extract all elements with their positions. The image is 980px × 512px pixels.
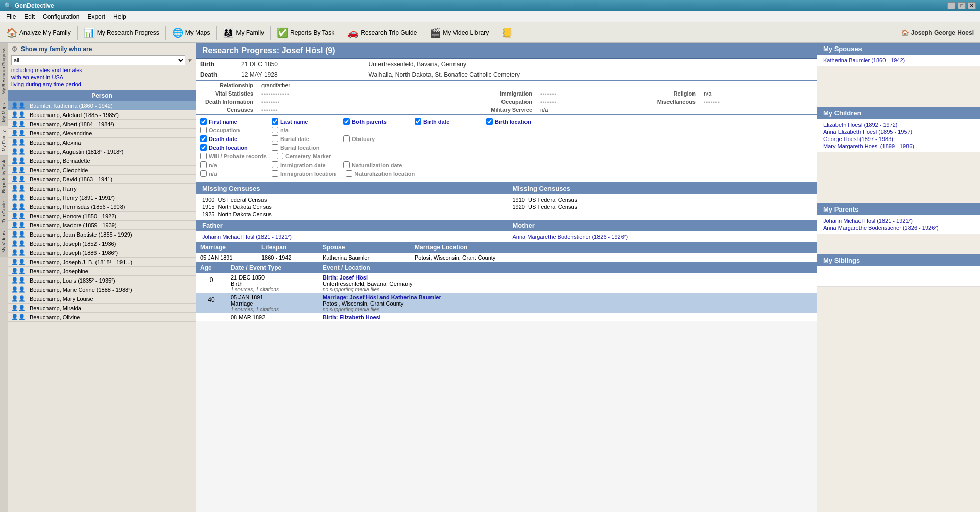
- vital-stats-value: ▪▪▪▪▪▪▪▪▪▪▪▪: [261, 91, 290, 97]
- person-icon-5: 👤👤: [11, 148, 27, 155]
- person-item-19[interactable]: 👤👤Beauchamp, Louis (1835² - 1935²): [8, 276, 196, 285]
- my-research-progress-button[interactable]: 📊 My Research Progress: [80, 26, 163, 40]
- event-age-3: [196, 313, 227, 321]
- na1-checkbox[interactable]: [272, 127, 278, 133]
- filter-line4: living during any time period: [11, 81, 193, 88]
- naturalization-date-checkbox[interactable]: [343, 161, 350, 168]
- person-item-11[interactable]: 👤👤Beauchamp, Hermisdas (1856 - 1908): [8, 202, 196, 212]
- research-trip-guide-button[interactable]: 🚗 Research Trip Guide: [343, 26, 421, 40]
- close-button[interactable]: ✕: [968, 2, 976, 9]
- menu-export[interactable]: Export: [83, 12, 109, 21]
- person-item-13[interactable]: 👤👤Beauchamp, Isadore (1859 - 1939): [8, 221, 196, 230]
- person-item-14[interactable]: 👤👤Beauchamp, Jean Baptiste (1855 - 1929): [8, 230, 196, 239]
- person-item-23[interactable]: 👤👤Beauchamp, Olivine: [8, 313, 196, 322]
- person-item-2[interactable]: 👤👤Beauchamp, Albert (1884 - 1984²): [8, 120, 196, 129]
- person-item-8[interactable]: 👤👤Beauchamp, David (1863 - 1941): [8, 175, 196, 184]
- person-item-15[interactable]: 👤👤Beauchamp, Joseph (1852 - 1936): [8, 239, 196, 248]
- menu-file[interactable]: File: [2, 12, 20, 21]
- person-item-0[interactable]: 👤👤Baumler, Katherina (1860 - 1942): [8, 101, 196, 110]
- filter-males-females[interactable]: including males and females: [11, 67, 82, 73]
- child-2[interactable]: Anna Elizabeth Hoesl (1895 - 1957): [823, 128, 974, 135]
- death-location-checkbox[interactable]: [200, 144, 207, 151]
- maximize-button[interactable]: □: [958, 2, 966, 9]
- sidebar-tab-reports[interactable]: Reports by Task: [0, 155, 8, 197]
- maps-icon: 🌐: [172, 27, 183, 38]
- mother-header: Mother: [507, 220, 817, 231]
- na2-checkbox[interactable]: [200, 161, 207, 168]
- burial-date-checkbox[interactable]: [272, 135, 278, 142]
- menu-configuration[interactable]: Configuration: [39, 12, 83, 21]
- na3-checkbox[interactable]: [200, 170, 207, 177]
- center-panel[interactable]: Research Progress: Josef Hösl (9) Birth …: [196, 43, 817, 512]
- titlebar-controls: ─ □ ✕: [947, 2, 976, 9]
- bookmark-button[interactable]: 📒: [497, 26, 517, 40]
- checkbox-naturalization-date: Naturalization date: [343, 161, 404, 168]
- sidebar-tab-family[interactable]: My Family: [0, 126, 8, 155]
- marriage-lifespan-1: 1860 - 1942: [257, 253, 319, 262]
- person-item-20[interactable]: 👤👤Beauchamp, Marie Corine (1888 - 1988²): [8, 285, 196, 294]
- will-probate-checkbox[interactable]: [200, 153, 207, 159]
- death-date-checkbox[interactable]: [200, 135, 207, 142]
- person-item-12[interactable]: 👤👤Beauchamp, Honore (1850 - 1922): [8, 212, 196, 221]
- sidebar-tab-research[interactable]: My Research Progress: [0, 43, 8, 99]
- death-location-label: Death location: [209, 145, 248, 151]
- analyze-my-family-button[interactable]: 🏠 Analyze My Family: [2, 26, 75, 40]
- burial-location-checkbox[interactable]: [272, 144, 278, 151]
- filter-select[interactable]: all: [11, 55, 185, 65]
- sidebar-tab-maps[interactable]: My Maps: [0, 99, 8, 126]
- both-parents-label: Both parents: [352, 119, 387, 125]
- naturalization-location-checkbox[interactable]: [346, 170, 352, 177]
- reports-by-task-button[interactable]: ✅ Reports By Task: [273, 26, 339, 40]
- person-item-6[interactable]: 👤👤Beauchamp, Bernadette: [8, 156, 196, 166]
- person-item-5[interactable]: 👤👤Beauchamp, Augustin (1818² - 1918²): [8, 147, 196, 156]
- my-family-button[interactable]: 👨‍👩‍👧 My Family: [219, 26, 268, 40]
- person-icon-20: 👤👤: [11, 286, 27, 293]
- sidebar-tab-trip[interactable]: Trip Guide: [0, 197, 8, 227]
- obituary-checkbox[interactable]: [343, 135, 350, 142]
- menu-edit[interactable]: Edit: [20, 12, 39, 21]
- analyze-label: Analyze My Family: [19, 29, 71, 36]
- my-video-library-button[interactable]: 🎬 My Video Library: [425, 26, 493, 40]
- parent-2[interactable]: Anna Margarethe Bodenstiener (1826 - 192…: [823, 224, 974, 231]
- person-item-17[interactable]: 👤👤Beauchamp, Joseph J. B. (1818² - 191..…: [8, 258, 196, 267]
- last-name-checkbox[interactable]: [272, 118, 278, 125]
- vital-stats-label: Vital Statistics: [196, 89, 257, 98]
- person-item-3[interactable]: 👤👤Beauchamp, Alexandrine: [8, 129, 196, 138]
- child-3[interactable]: George Hoesl (1897 - 1983): [823, 135, 974, 143]
- child-1[interactable]: Elizabeth Hoesl (1892 - 1972): [823, 121, 974, 128]
- birth-location-checkbox[interactable]: [486, 118, 493, 125]
- father-name[interactable]: Johann Michael Hösl (1821 - 1921²): [196, 231, 507, 242]
- person-item-16[interactable]: 👤👤Beauchamp, Joseph (1886 - 1986²): [8, 248, 196, 258]
- person-item-18[interactable]: 👤👤Beauchamp, Josephine: [8, 267, 196, 276]
- parent-1[interactable]: Johann Michael Hösl (1821 - 1921²): [823, 217, 974, 224]
- child-4[interactable]: Mary Margareth Hoesl (1899 - 1986): [823, 143, 974, 150]
- person-item-4[interactable]: 👤👤Beauchamp, Alexina: [8, 138, 196, 147]
- occupation-checkbox[interactable]: [200, 127, 207, 133]
- minimize-button[interactable]: ─: [947, 2, 955, 9]
- person-icon-6: 👤👤: [11, 157, 27, 164]
- event-date-2: 05 JAN 1891: [231, 294, 315, 300]
- person-item-22[interactable]: 👤👤Beauchamp, Miralda: [8, 304, 196, 313]
- both-parents-checkbox[interactable]: [343, 118, 350, 125]
- checkbox-row-7: n/a Immigration location Naturalization …: [200, 170, 812, 177]
- cemetery-marker-checkbox[interactable]: [277, 153, 283, 159]
- first-name-checkbox[interactable]: [200, 118, 207, 125]
- person-item-1[interactable]: 👤👤Beauchamp, Adelard (1885 - 1985²): [8, 110, 196, 120]
- filter-time-period[interactable]: living during any time period: [11, 81, 81, 87]
- person-item-10[interactable]: 👤👤Beauchamp, Henry (1891 - 1991²): [8, 193, 196, 202]
- my-maps-button[interactable]: 🌐 My Maps: [168, 26, 214, 40]
- mother-name[interactable]: Anna Margarethe Bodenstiener (1826 - 192…: [507, 231, 817, 242]
- immigration-date-checkbox[interactable]: [272, 161, 278, 168]
- missing-censuses-left-header: Missing Censuses: [196, 182, 507, 194]
- spouse-1[interactable]: Katherina Baumler (1860 - 1942): [823, 57, 974, 64]
- menu-help[interactable]: Help: [109, 12, 130, 21]
- person-item-21[interactable]: 👤👤Beauchamp, Mary Louise: [8, 294, 196, 304]
- immigration-location-checkbox[interactable]: [272, 170, 278, 177]
- person-item-9[interactable]: 👤👤Beauchamp, Harry: [8, 184, 196, 193]
- filter-event-usa[interactable]: with an event in USA: [11, 74, 63, 80]
- person-item-7[interactable]: 👤👤Beauchamp, Cleophide: [8, 166, 196, 175]
- birth-date-checkbox[interactable]: [415, 118, 421, 125]
- sidebar-tab-videos[interactable]: My Videos: [0, 227, 8, 257]
- naturalization-location-label: Naturalization location: [354, 171, 415, 177]
- na2-label: n/a: [209, 162, 217, 168]
